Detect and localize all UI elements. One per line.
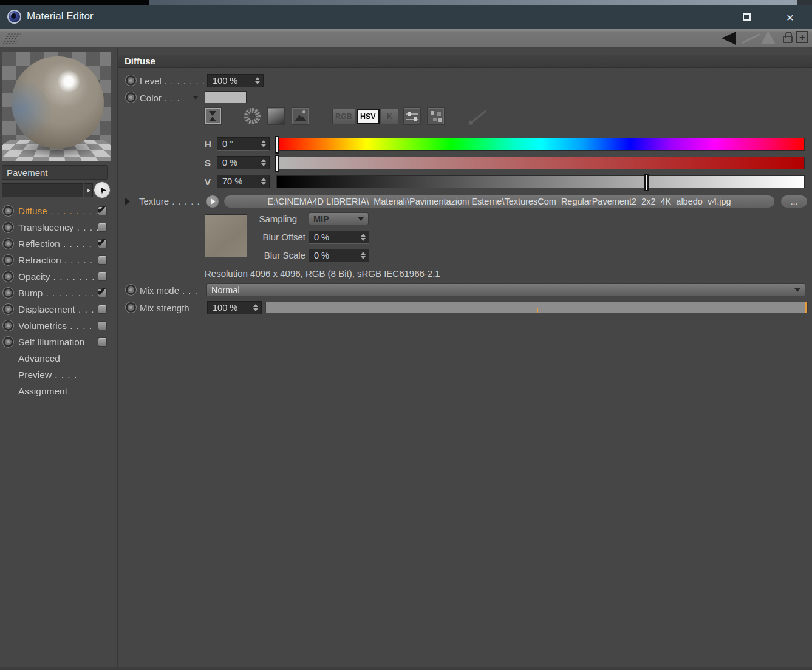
channel-label[interactable]: Reflection. . . . . bbox=[18, 239, 92, 249]
color-dropdown-caret[interactable] bbox=[193, 96, 199, 100]
mix-strength-input[interactable]: 100 % bbox=[207, 301, 262, 314]
mixer-button[interactable] bbox=[404, 108, 420, 124]
channel-radio[interactable] bbox=[3, 320, 13, 331]
rgb-mode-button[interactable]: RGB bbox=[332, 108, 355, 124]
search-input[interactable] bbox=[2, 183, 83, 197]
texture-expander-icon[interactable] bbox=[125, 198, 130, 205]
channel-radio[interactable] bbox=[3, 288, 13, 298]
add-panel-icon[interactable]: + bbox=[796, 31, 808, 43]
hue-slider-marker[interactable] bbox=[275, 136, 279, 154]
mix-strength-radio[interactable] bbox=[126, 302, 136, 313]
back-arrow-icon[interactable] bbox=[722, 32, 736, 45]
sidebar-item-bump[interactable]: Bump. . . . . . . . . ✔ bbox=[0, 285, 115, 302]
channel-checkbox[interactable]: ✔ bbox=[98, 321, 107, 330]
value-stepper[interactable] bbox=[260, 175, 267, 188]
hsv-mode-button[interactable]: HSV bbox=[357, 108, 380, 124]
channel-radio[interactable] bbox=[3, 337, 13, 347]
saturation-slider-marker[interactable] bbox=[275, 155, 279, 172]
channel-radio[interactable] bbox=[3, 304, 13, 314]
texture-path-field[interactable]: E:\CINEMA4D LIBRERIA\_Materiali\Paviment… bbox=[223, 195, 775, 208]
color-wheel-icon bbox=[244, 108, 261, 124]
sidebar-item-self-illumination[interactable]: Self Illumination ✔ bbox=[0, 334, 115, 351]
channel-radio[interactable] bbox=[3, 239, 13, 249]
material-preview[interactable] bbox=[2, 52, 111, 161]
hue-stepper[interactable] bbox=[260, 138, 267, 150]
saturation-input[interactable]: 0 % bbox=[217, 156, 270, 169]
channel-label[interactable]: Diffuse. . . . . . . . bbox=[18, 206, 99, 217]
channel-label[interactable]: Self Illumination bbox=[18, 337, 87, 348]
image-picker-button[interactable] bbox=[292, 108, 309, 124]
channel-label[interactable]: Refraction. . . . . bbox=[18, 255, 93, 266]
sampling-label: Sampling bbox=[242, 214, 297, 224]
grip-dots-icon[interactable] bbox=[2, 33, 21, 44]
value-slider[interactable] bbox=[276, 175, 805, 188]
channel-label[interactable]: Translucency. . . . bbox=[18, 222, 100, 233]
channel-radio[interactable] bbox=[3, 206, 13, 216]
channel-checkbox[interactable]: ✔ bbox=[98, 305, 107, 314]
sidebar-item-advanced[interactable]: Advanced bbox=[18, 353, 63, 364]
blur-offset-stepper[interactable] bbox=[360, 231, 366, 243]
hue-input[interactable]: 0 ° bbox=[217, 137, 270, 151]
level-input[interactable]: 100 % bbox=[207, 74, 264, 87]
sidebar-item-translucency[interactable]: Translucency. . . . ✔ bbox=[0, 220, 115, 236]
channel-checkbox[interactable]: ✔ bbox=[98, 255, 107, 265]
check-icon: ✔ bbox=[97, 235, 107, 249]
channel-checkbox[interactable]: ✔ bbox=[98, 337, 107, 347]
channel-radio[interactable] bbox=[3, 271, 13, 282]
sidebar-item-preview[interactable]: Preview. . . . bbox=[18, 370, 77, 381]
level-radio[interactable] bbox=[126, 75, 136, 86]
channel-label[interactable]: Volumetrics. . . . bbox=[18, 320, 92, 331]
mix-strength-slider[interactable] bbox=[265, 302, 808, 313]
saturation-slider[interactable] bbox=[276, 157, 805, 169]
channel-label[interactable]: Bump. . . . . . . . . bbox=[18, 288, 101, 299]
channel-checkbox[interactable]: ✔ bbox=[98, 223, 107, 232]
channel-label[interactable]: Opacity. . . . . . . . bbox=[18, 271, 101, 282]
sidebar-item-reflection[interactable]: Reflection. . . . . ✔ bbox=[0, 236, 115, 252]
blur-scale-input[interactable]: 0 % bbox=[309, 249, 369, 262]
value-input[interactable]: 70 % bbox=[217, 175, 270, 188]
maximize-button[interactable] bbox=[732, 5, 761, 29]
mix-strength-stepper[interactable] bbox=[252, 302, 259, 314]
level-stepper[interactable] bbox=[254, 75, 261, 87]
pick-material-button[interactable]: ➤ bbox=[94, 181, 111, 198]
sidebar-item-refraction[interactable]: Refraction. . . . . ✔ bbox=[0, 252, 115, 269]
browse-button[interactable]: ... bbox=[780, 195, 808, 208]
k-mode-button[interactable]: K bbox=[381, 108, 398, 124]
eyedropper-button[interactable] bbox=[469, 108, 490, 124]
sidebar-item-assignment[interactable]: Assignment bbox=[18, 386, 70, 397]
compact-mode-button[interactable] bbox=[205, 108, 221, 124]
sidebar-item-displacement[interactable]: Displacement. . . ✔ bbox=[0, 302, 115, 318]
channel-checkbox[interactable]: ✔ bbox=[98, 239, 107, 248]
mix-mode-radio[interactable] bbox=[126, 285, 136, 295]
channel-radio[interactable] bbox=[3, 222, 13, 232]
color-radio[interactable] bbox=[126, 92, 136, 103]
color-wheel-button[interactable] bbox=[244, 108, 261, 124]
saturation-stepper[interactable] bbox=[260, 157, 267, 169]
texture-options-button[interactable] bbox=[206, 195, 219, 208]
channel-checkbox[interactable]: ✔ bbox=[98, 288, 107, 297]
sampling-dropdown[interactable]: MIP bbox=[309, 212, 369, 225]
sidebar-item-volumetrics[interactable]: Volumetrics. . . . ✔ bbox=[0, 318, 115, 334]
lock-icon[interactable] bbox=[783, 36, 793, 43]
material-name-field[interactable]: Pavement bbox=[2, 165, 108, 180]
value-slider-marker[interactable] bbox=[644, 174, 649, 191]
blur-scale-stepper[interactable] bbox=[360, 249, 366, 262]
title-bar[interactable]: Material Editor × bbox=[0, 5, 812, 29]
blur-offset-label: Blur Offset bbox=[240, 232, 305, 242]
minimize-button[interactable] bbox=[692, 5, 721, 29]
name-arrow-button[interactable] bbox=[84, 183, 93, 197]
close-button[interactable]: × bbox=[776, 5, 805, 29]
channel-label[interactable]: Displacement. . . bbox=[18, 304, 94, 315]
gradient-button[interactable] bbox=[268, 108, 284, 124]
channel-checkbox[interactable]: ✔ bbox=[98, 206, 107, 215]
hue-slider[interactable] bbox=[276, 138, 805, 151]
color-swatch[interactable] bbox=[205, 91, 247, 103]
channel-radio[interactable] bbox=[3, 255, 13, 265]
sidebar-item-diffuse[interactable]: Diffuse. . . . . . . . ✔ bbox=[0, 203, 115, 220]
slider-handle[interactable] bbox=[805, 302, 807, 313]
blur-offset-input[interactable]: 0 % bbox=[309, 231, 369, 244]
sidebar-item-opacity[interactable]: Opacity. . . . . . . . ✔ bbox=[0, 269, 115, 285]
mix-mode-dropdown[interactable]: Normal bbox=[206, 283, 805, 296]
channel-checkbox[interactable]: ✔ bbox=[98, 272, 107, 281]
swatches-button[interactable] bbox=[428, 108, 444, 124]
